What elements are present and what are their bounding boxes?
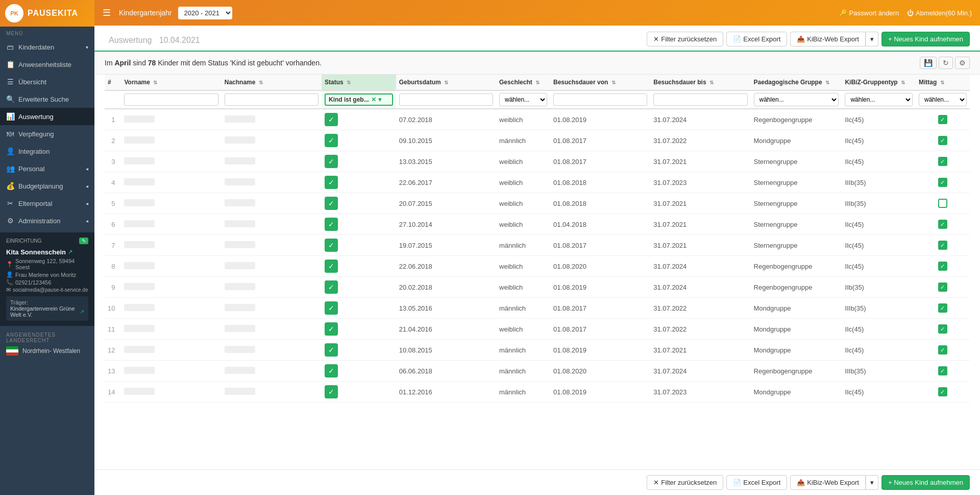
new-child-button-bottom[interactable]: + Neues Kind aufnehmen [881, 475, 970, 490]
sidebar-item-anwesenheitsliste[interactable]: 📋 Anwesenheitsliste [0, 56, 94, 73]
sidebar-item-elternportal[interactable]: ✂ Elternportal ◂ [0, 195, 94, 212]
mittag-checkbox[interactable]: ✓ [938, 366, 947, 375]
traeger-link-icon[interactable]: ↗ [80, 309, 84, 315]
logout-icon: ⏻ [907, 9, 914, 17]
table-row: 1 ✓ 07.02.2018 weiblich 01.08.2019 31.07… [105, 109, 970, 130]
verpflegung-icon: 🍽 [6, 130, 14, 138]
cell-besuchsdauer-bis: 31.07.2024 [650, 361, 750, 382]
info-actions: 💾 ↻ ⚙ [920, 57, 970, 69]
filter-reset-button[interactable]: ✕ Filter zurücksetzen [647, 32, 723, 46]
mittag-checkbox[interactable]: ✓ [938, 324, 947, 334]
cell-besuchsdauer-bis: 31.07.2022 [650, 130, 750, 151]
besuchsdauer-von-filter-input[interactable] [553, 93, 647, 106]
mittag-checkbox[interactable]: ✓ [938, 220, 947, 229]
refresh-icon-button[interactable]: ↻ [939, 57, 953, 69]
cell-geburtsdatum: 01.12.2016 [396, 382, 496, 403]
year-select[interactable]: 2020 - 2021 2019 - 2020 2021 - 2022 [178, 7, 232, 19]
status-check-icon: ✓ [325, 239, 338, 252]
logout-button[interactable]: ⏻ Abmelden(60 Min.) [907, 9, 972, 17]
mittag-checkbox[interactable]: ✓ [938, 157, 947, 166]
filter-reset-button-bottom[interactable]: ✕ Filter zurücksetzen [647, 475, 723, 490]
mittag-checkbox[interactable]: ✓ [938, 345, 947, 355]
cell-besuchsdauer-bis: 31.07.2021 [650, 193, 750, 214]
save-icon-button[interactable]: 💾 [920, 57, 937, 69]
header-actions: ✕ Filter zurücksetzen 📄 Excel Export 📤 K… [647, 32, 970, 46]
status-filter-arrow[interactable]: ▾ [378, 96, 381, 103]
filter-geburtsdatum [396, 90, 496, 109]
kibiz-typ-filter-select[interactable]: wählen... [845, 93, 913, 106]
mittag-checkbox[interactable]: ✓ [938, 303, 947, 313]
mittag-checkbox[interactable]: ✓ [938, 241, 947, 250]
sidebar-item-auswertung[interactable]: 📊 Auswertung [0, 108, 94, 125]
cell-besuchsdauer-von: 01.08.2017 [550, 319, 650, 340]
settings-icon-button[interactable]: ⚙ [955, 57, 970, 69]
cell-status: ✓ [322, 340, 396, 361]
cell-status: ✓ [322, 151, 396, 172]
sidebar-item-administration[interactable]: ⚙ Administration ◂ [0, 212, 94, 229]
hamburger-icon[interactable]: ☰ [103, 7, 111, 18]
sidebar-item-budgetplanung[interactable]: 💰 Budgetplanung ◂ [0, 177, 94, 195]
vorname-filter-input[interactable] [124, 93, 218, 106]
col-nachname: Nachname ⇅ [222, 75, 322, 90]
sidebar-item-erweiterte-suche[interactable]: 🔍 Erweiterte Suche [0, 90, 94, 108]
filter-nr [105, 90, 121, 109]
cell-status: ✓ [322, 298, 396, 319]
excel-export-button[interactable]: 📄 Excel Export [726, 32, 787, 46]
new-child-button[interactable]: + Neues Kind aufnehmen [881, 32, 970, 46]
besuchsdauer-bis-filter-input[interactable] [653, 93, 747, 106]
sidebar-item-verpflegung[interactable]: 🍽 Verpflegung [0, 125, 94, 143]
geschlecht-filter-select[interactable]: wählen... männlich weiblich [499, 93, 547, 106]
cell-geburtsdatum: 22.06.2018 [396, 256, 496, 277]
cell-geburtsdatum: 22.06.2017 [396, 172, 496, 193]
filter-besuchsdauer-bis [650, 90, 750, 109]
cell-besuchsdauer-bis: 31.07.2021 [650, 151, 750, 172]
cell-geburtsdatum: 21.04.2016 [396, 319, 496, 340]
external-link-icon[interactable]: ↗ [68, 249, 72, 255]
topbar: ☰ Kindergartenjahr 2020 - 2021 2019 - 20… [94, 0, 980, 26]
nachname-filter-input[interactable] [225, 93, 318, 106]
cell-nr: 7 [105, 235, 121, 256]
mittag-checkbox[interactable]: ✓ [938, 115, 947, 124]
cell-paed-gruppe: Sternengruppe [751, 214, 842, 235]
cell-nr: 11 [105, 319, 121, 340]
mittag-checkbox[interactable]: ✓ [938, 282, 947, 292]
status-filter-box[interactable]: Kind ist geb... ✕ ▾ [325, 93, 393, 106]
col-geschlecht: Geschlecht ⇅ [496, 75, 550, 90]
sidebar-item-label: Auswertung [18, 113, 88, 121]
kinderdaten-icon: 🗃 [6, 43, 14, 51]
mittag-checkbox[interactable]: ✓ [938, 262, 947, 271]
topbar-right: 🔑 Passwort ändern ⏻ Abmelden(60 Min.) [839, 9, 972, 17]
table-header-row: # Vorname ⇅ Nachname ⇅ Status ⇅ Geburtsd… [105, 75, 970, 90]
excel-export-button-bottom[interactable]: 📄 Excel Export [726, 475, 787, 490]
sidebar-item-personal[interactable]: 👥 Personal ◂ [0, 160, 94, 177]
cell-status: ✓ [322, 256, 396, 277]
status-check-icon: ✓ [325, 301, 338, 315]
cell-vorname [121, 298, 221, 319]
cell-geburtsdatum: 20.07.2015 [396, 193, 496, 214]
traeger-box: Träger: Kindergartenverein Grüne Welt e.… [6, 296, 88, 321]
mittag-checkbox[interactable]: ✓ [938, 178, 947, 187]
mittag-checkbox[interactable]: ✓ [938, 387, 947, 396]
paed-gruppe-filter-select[interactable]: wählen... [754, 93, 839, 106]
kibiz-export-button-bottom[interactable]: 📤 KiBiz-Web Export [790, 475, 866, 490]
kibiz-export-dropdown[interactable]: ▾ [866, 32, 878, 46]
sidebar-item-integration[interactable]: 👤 Integration [0, 143, 94, 160]
password-change-button[interactable]: 🔑 Passwort ändern [839, 9, 899, 17]
cell-nachname [222, 193, 322, 214]
cell-vorname [121, 319, 221, 340]
cell-status: ✓ [322, 319, 396, 340]
cell-kibiz-typ: IIIb(35) [842, 298, 916, 319]
mittag-filter-select[interactable]: wählen... [919, 93, 967, 106]
cell-kibiz-typ: IIIb(35) [842, 193, 916, 214]
mittag-checkbox[interactable]: ✓ [938, 136, 947, 145]
cell-besuchsdauer-von: 01.08.2018 [550, 193, 650, 214]
kibiz-export-button[interactable]: 📤 KiBiz-Web Export [790, 32, 866, 46]
geburtsdatum-filter-input[interactable] [399, 93, 493, 106]
sidebar-item-kinderdaten[interactable]: 🗃 Kinderdaten ▾ [0, 38, 94, 56]
sidebar-item-uebersicht[interactable]: ☰ Übersicht [0, 73, 94, 90]
status-filter-remove[interactable]: ✕ [371, 96, 376, 103]
kibiz-export-dropdown-bottom[interactable]: ▾ [866, 475, 878, 490]
cell-nachname [222, 361, 322, 382]
mittag-checkbox[interactable] [938, 199, 947, 208]
cell-status: ✓ [322, 382, 396, 403]
